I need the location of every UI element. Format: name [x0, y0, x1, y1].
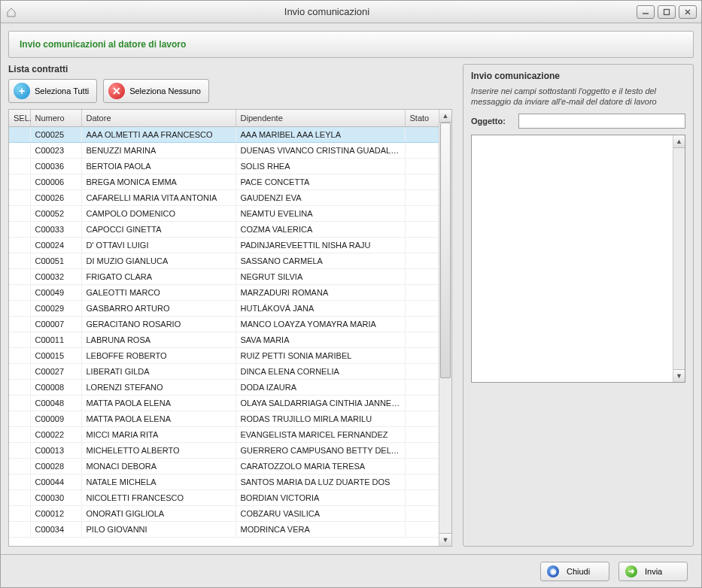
table-cell: DINCA ELENA CORNELIA — [236, 363, 405, 379]
table-cell — [9, 189, 30, 205]
scroll-up-icon[interactable]: ▲ — [439, 110, 451, 123]
minimize-button[interactable] — [637, 5, 655, 19]
table-row[interactable]: C00011LABRUNA ROSASAVA MARIA — [9, 332, 439, 347]
table-cell: C00028 — [30, 458, 81, 474]
table-cell — [9, 411, 30, 426]
table-scrollbar[interactable]: ▲ ▼ — [439, 110, 451, 546]
table-cell — [405, 142, 439, 158]
table-cell — [9, 363, 30, 379]
select-all-button[interactable]: + Seleziona Tutti — [8, 79, 97, 103]
col-header-datore[interactable]: Datore — [81, 110, 236, 126]
table-cell — [9, 237, 30, 253]
col-header-numero[interactable]: Numero — [30, 110, 81, 126]
close-button[interactable] — [679, 5, 697, 19]
table-cell: C00033 — [30, 221, 81, 237]
table-cell: C00023 — [30, 142, 81, 158]
table-cell — [9, 505, 30, 521]
scroll-down-icon[interactable]: ▼ — [439, 533, 451, 546]
table-row[interactable]: C00015LEBOFFE ROBERTORUIZ PETTI SONIA MA… — [9, 347, 439, 363]
table-cell — [405, 300, 439, 316]
subject-row: Oggetto: — [471, 114, 685, 129]
msg-scroll-up-icon[interactable]: ▲ — [673, 135, 685, 148]
table-cell — [405, 489, 439, 505]
message-textarea[interactable]: ▲ ▼ — [471, 135, 685, 383]
footer-bar: ◉ Chiudi ➜ Invia — [1, 554, 701, 587]
table-cell: LEBOFFE ROBERTO — [81, 347, 236, 363]
table-row[interactable]: C00027LIBERATI GILDADINCA ELENA CORNELIA — [9, 363, 439, 379]
table-cell: AAA MARIBEL AAA LEYLA — [236, 126, 405, 142]
select-all-label: Seleziona Tutti — [35, 86, 89, 95]
page-subtitle: Invio comunicazioni al datore di lavoro — [8, 31, 694, 58]
table-cell: GUERRERO CAMPUSANO BETTY DEL PILA — [236, 442, 405, 458]
table-row[interactable]: C00026CAFARELLI MARIA VITA ANTONIAGAUDEN… — [9, 189, 439, 205]
table-row[interactable]: C00008LORENZI STEFANODODA IZAURA — [9, 379, 439, 395]
table-cell: BREGA MONICA EMMA — [81, 174, 236, 189]
table-row[interactable]: C00048MATTA PAOLA ELENAOLAYA SALDARRIAGA… — [9, 395, 439, 411]
table-cell — [9, 253, 30, 268]
scrollbar-thumb[interactable] — [440, 123, 451, 378]
table-row[interactable]: C00028MONACI DEBORACARATOZZOLO MARIA TER… — [9, 458, 439, 474]
window-title: Invio comunicazioni — [17, 6, 637, 17]
msg-scrollbar-track[interactable] — [673, 148, 685, 369]
table-row[interactable]: C00029GASBARRO ARTUROHUTLÁKOVÁ JANA — [9, 300, 439, 316]
table-row[interactable]: C00009MATTA PAOLA ELENARODAS TRUJILLO MI… — [9, 411, 439, 426]
scrollbar-track[interactable] — [439, 123, 451, 533]
table-cell: MICHELETTO ALBERTO — [81, 442, 236, 458]
table-cell: SASSANO CARMELA — [236, 253, 405, 268]
col-header-dipendente[interactable]: Dipendente — [236, 110, 405, 126]
table-row[interactable]: C00044NATALE MICHELASANTOS MARIA DA LUZ … — [9, 474, 439, 489]
table-cell: LIBERATI GILDA — [81, 363, 236, 379]
table-row[interactable]: C00034PILO GIOVANNIMODRINCA VERA — [9, 521, 439, 537]
table-row[interactable]: C00022MICCI MARIA RITAEVANGELISTA MARICE… — [9, 426, 439, 442]
maximize-button[interactable] — [658, 5, 676, 19]
table-row[interactable]: C00006BREGA MONICA EMMAPACE CONCETTA — [9, 174, 439, 189]
table-cell: C00048 — [30, 395, 81, 411]
table-row[interactable]: C00049GALEOTTI MARCOMARZADURI ROMANA — [9, 284, 439, 300]
table-cell — [9, 347, 30, 363]
table-row[interactable]: C00032FRIGATO CLARANEGRUT SILVIA — [9, 268, 439, 284]
right-panel-title: Invio comunicazione — [471, 71, 685, 81]
table-cell: C00034 — [30, 521, 81, 537]
msg-scroll-down-icon[interactable]: ▼ — [673, 369, 685, 382]
plus-icon: + — [14, 83, 30, 99]
table-cell — [405, 205, 439, 221]
table-row[interactable]: C00024D' OTTAVI LUIGIPADINJAREVEETTIL NI… — [9, 237, 439, 253]
table-cell — [9, 316, 30, 332]
table-cell: FRIGATO CLARA — [81, 268, 236, 284]
select-none-button[interactable]: ✕ Seleziona Nessuno — [103, 79, 209, 103]
app-window: Invio comunicazioni Invio comunicazioni … — [0, 0, 702, 588]
col-header-stato[interactable]: Stato — [405, 110, 439, 126]
table-cell: MODRINCA VERA — [236, 521, 405, 537]
table-cell — [9, 284, 30, 300]
subject-input[interactable] — [518, 114, 685, 129]
table-cell: C00052 — [30, 205, 81, 221]
table-row[interactable]: C00025AAA OLMETTI AAA FRANCESCOAAA MARIB… — [9, 126, 439, 142]
table-cell — [405, 442, 439, 458]
table-cell: NEAMTU EVELINA — [236, 205, 405, 221]
message-scrollbar[interactable]: ▲ ▼ — [673, 135, 685, 382]
send-button[interactable]: ➜ Invia — [618, 562, 688, 581]
col-header-sel[interactable]: SEL. — [9, 110, 30, 126]
table-cell — [9, 521, 30, 537]
table-row[interactable]: C00036BERTOIA PAOLASOLIS RHEA — [9, 158, 439, 174]
table-row[interactable]: C00007GERACITANO ROSARIOMANCO LOAYZA YOM… — [9, 316, 439, 332]
table-cell: C00029 — [30, 300, 81, 316]
left-panel: Lista contratti + Seleziona Tutti ✕ Sele… — [8, 64, 452, 547]
table-cell — [9, 142, 30, 158]
table-cell — [9, 126, 30, 142]
table-row[interactable]: C00033CAPOCCI GINETTACOZMA VALERICA — [9, 221, 439, 237]
table-cell — [9, 300, 30, 316]
table-cell: HUTLÁKOVÁ JANA — [236, 300, 405, 316]
table-row[interactable]: C00051DI MUZIO GIANLUCASASSANO CARMELA — [9, 253, 439, 268]
table-cell — [9, 379, 30, 395]
table-cell — [9, 332, 30, 347]
table-row[interactable]: C00023BENUZZI MARINADUENAS VIVANCO CRIST… — [9, 142, 439, 158]
table-row[interactable]: C00013MICHELETTO ALBERTOGUERRERO CAMPUSA… — [9, 442, 439, 458]
close-dialog-button[interactable]: ◉ Chiudi — [540, 562, 609, 581]
table-row[interactable]: C00052CAMPOLO DOMENICONEAMTU EVELINA — [9, 205, 439, 221]
table-cell: OLAYA SALDARRIAGA CINTHIA JANNETT — [236, 395, 405, 411]
table-row[interactable]: C00030NICOLETTI FRANCESCOBORDIAN VICTORI… — [9, 489, 439, 505]
table-row[interactable]: C00012ONORATI GIGLIOLACOBZARU VASILICA — [9, 505, 439, 521]
table-cell: BENUZZI MARINA — [81, 142, 236, 158]
content-area: Invio comunicazioni al datore di lavoro … — [1, 23, 701, 554]
